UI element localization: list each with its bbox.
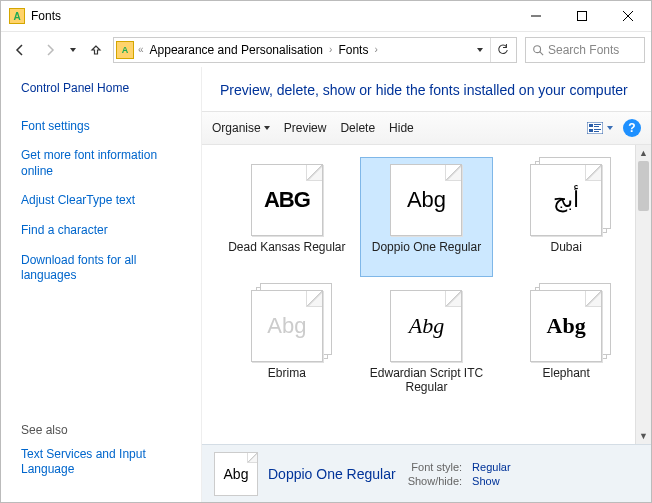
view-options[interactable]	[587, 122, 613, 134]
navigation-bar: A « Appearance and Personalisation › Fon…	[1, 31, 651, 67]
font-label: Edwardian Script ITC Regular	[365, 366, 489, 396]
minimize-button[interactable]	[513, 1, 559, 31]
svg-rect-8	[594, 124, 601, 125]
sidebar-link-text-services[interactable]: Text Services and Input Language	[21, 447, 189, 478]
font-label: Dead Kansas Regular	[228, 240, 345, 270]
details-fontstyle-value: Regular	[472, 461, 511, 473]
font-item[interactable]: أبجDubai	[499, 157, 633, 277]
svg-rect-10	[589, 129, 593, 132]
sidebar-link-font-settings[interactable]: Font settings	[21, 119, 189, 135]
font-tile-icon: Abg	[390, 164, 462, 236]
details-fontstyle-label: Font style:	[408, 461, 462, 473]
refresh-button[interactable]	[490, 38, 514, 62]
font-sample: Abg	[407, 187, 446, 213]
font-tile-icon: أبج	[530, 164, 602, 236]
scrollbar-thumb[interactable]	[638, 161, 649, 211]
svg-rect-7	[589, 124, 593, 127]
sidebar: Control Panel Home Font settings Get mor…	[1, 67, 201, 502]
svg-line-5	[540, 51, 543, 54]
font-grid: ABGDead Kansas RegularAbgDoppio One Regu…	[202, 145, 651, 415]
address-folder-icon: A	[116, 41, 134, 59]
delete-button[interactable]: Delete	[340, 121, 375, 135]
font-item[interactable]: AbgEdwardian Script ITC Regular	[360, 283, 494, 403]
font-sample: أبج	[553, 187, 579, 213]
font-tile-icon: Abg	[390, 290, 462, 362]
help-button[interactable]: ?	[623, 119, 641, 137]
svg-point-4	[534, 45, 541, 52]
search-input[interactable]: Search Fonts	[525, 37, 645, 63]
font-label: Dubai	[550, 240, 581, 270]
forward-button[interactable]	[37, 37, 63, 63]
preview-button[interactable]: Preview	[284, 121, 327, 135]
svg-rect-11	[594, 129, 601, 130]
back-button[interactable]	[7, 37, 33, 63]
svg-rect-9	[594, 126, 599, 127]
font-label: Elephant	[542, 366, 589, 396]
details-preview-icon: Abg	[214, 452, 258, 496]
close-button[interactable]	[605, 1, 651, 31]
chevron-right-icon[interactable]: ›	[374, 44, 377, 55]
search-placeholder: Search Fonts	[548, 43, 619, 57]
sidebar-link-download-fonts[interactable]: Download fonts for all languages	[21, 253, 189, 284]
history-dropdown[interactable]	[67, 37, 79, 63]
font-item[interactable]: AbgDoppio One Regular	[360, 157, 494, 277]
font-sample: ABG	[264, 187, 310, 213]
see-also-label: See also	[21, 423, 189, 437]
details-showhide-label: Show/hide:	[408, 475, 462, 487]
font-tile-icon: Abg	[251, 290, 323, 362]
up-button[interactable]	[83, 37, 109, 63]
sidebar-link-find-character[interactable]: Find a character	[21, 223, 189, 239]
font-item[interactable]: ABGDead Kansas Regular	[220, 157, 354, 277]
details-pane: Abg Doppio One Regular Font style: Regul…	[202, 444, 651, 502]
organise-menu[interactable]: Organise	[212, 121, 270, 135]
scroll-up-icon[interactable]: ▲	[636, 145, 651, 161]
sidebar-link-cleartype[interactable]: Adjust ClearType text	[21, 193, 189, 209]
svg-rect-6	[587, 122, 603, 134]
breadcrumb-appearance[interactable]: Appearance and Personalisation	[144, 43, 329, 57]
main-pane: Preview, delete, show or hide the fonts …	[201, 67, 651, 502]
details-showhide-value: Show	[472, 475, 511, 487]
svg-rect-12	[594, 131, 599, 132]
maximize-button[interactable]	[559, 1, 605, 31]
font-tile-icon: Abg	[530, 290, 602, 362]
hide-button[interactable]: Hide	[389, 121, 414, 135]
control-panel-home-link[interactable]: Control Panel Home	[21, 81, 189, 97]
vertical-scrollbar[interactable]: ▲ ▼	[635, 145, 651, 444]
address-dropdown[interactable]	[470, 37, 490, 63]
font-sample: Abg	[409, 313, 444, 339]
title-bar: A Fonts	[1, 1, 651, 31]
window-title: Fonts	[31, 9, 61, 23]
font-sample: Abg	[547, 313, 586, 339]
fonts-folder-icon: A	[9, 8, 25, 24]
details-font-name: Doppio One Regular	[268, 466, 396, 482]
font-item[interactable]: AbgElephant	[499, 283, 633, 403]
page-heading: Preview, delete, show or hide the fonts …	[202, 67, 651, 111]
address-bar[interactable]: A « Appearance and Personalisation › Fon…	[113, 37, 517, 63]
font-label: Ebrima	[268, 366, 306, 396]
svg-rect-1	[578, 12, 587, 21]
sidebar-link-more-info[interactable]: Get more font information online	[21, 148, 189, 179]
scroll-down-icon[interactable]: ▼	[636, 428, 651, 444]
font-sample: Abg	[267, 313, 306, 339]
font-item[interactable]: AbgEbrima	[220, 283, 354, 403]
font-label: Doppio One Regular	[372, 240, 481, 270]
search-icon	[532, 44, 544, 56]
font-tile-icon: ABG	[251, 164, 323, 236]
breadcrumb-fonts[interactable]: Fonts	[332, 43, 374, 57]
toolbar: Organise Preview Delete Hide ?	[202, 111, 651, 145]
